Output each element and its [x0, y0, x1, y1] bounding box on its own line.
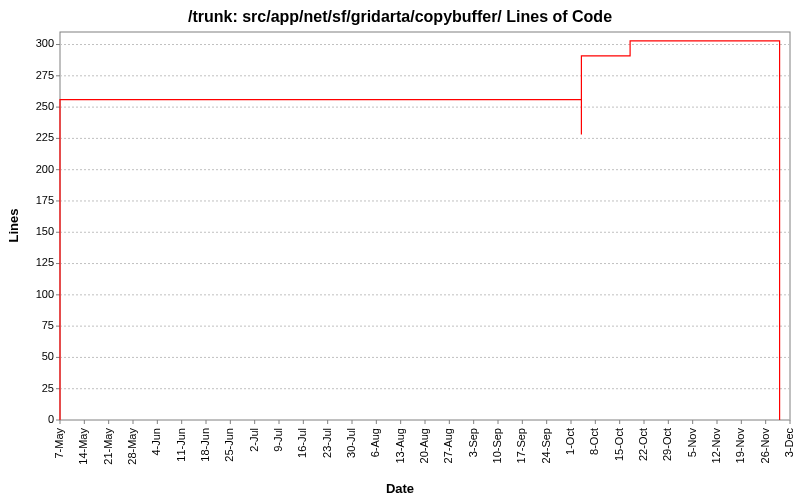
- svg-text:26-Nov: 26-Nov: [759, 428, 771, 464]
- svg-rect-0: [60, 32, 790, 420]
- svg-text:225: 225: [36, 131, 54, 143]
- svg-text:275: 275: [36, 69, 54, 81]
- svg-text:29-Oct: 29-Oct: [661, 428, 673, 461]
- svg-text:25: 25: [42, 382, 54, 394]
- chart-container: /trunk: src/app/net/sf/gridarta/copybuff…: [0, 0, 800, 500]
- svg-text:2-Jul: 2-Jul: [248, 428, 260, 452]
- svg-text:22-Oct: 22-Oct: [637, 428, 649, 461]
- svg-text:3-Dec: 3-Dec: [783, 428, 795, 458]
- svg-text:300: 300: [36, 37, 54, 49]
- svg-text:12-Nov: 12-Nov: [710, 428, 722, 464]
- svg-text:1-Oct: 1-Oct: [564, 428, 576, 455]
- svg-text:19-Nov: 19-Nov: [734, 428, 746, 464]
- svg-text:15-Oct: 15-Oct: [613, 428, 625, 461]
- svg-text:25-Jun: 25-Jun: [223, 428, 235, 462]
- svg-text:16-Jul: 16-Jul: [296, 428, 308, 458]
- svg-text:18-Jun: 18-Jun: [199, 428, 211, 462]
- svg-text:150: 150: [36, 225, 54, 237]
- svg-text:75: 75: [42, 319, 54, 331]
- svg-text:50: 50: [42, 350, 54, 362]
- svg-text:23-Jul: 23-Jul: [321, 428, 333, 458]
- svg-text:30-Jul: 30-Jul: [345, 428, 357, 458]
- svg-text:250: 250: [36, 100, 54, 112]
- svg-text:6-Aug: 6-Aug: [369, 428, 381, 457]
- svg-text:3-Sep: 3-Sep: [467, 428, 479, 457]
- svg-text:175: 175: [36, 194, 54, 206]
- svg-text:200: 200: [36, 163, 54, 175]
- svg-text:8-Oct: 8-Oct: [588, 428, 600, 455]
- svg-text:4-Jun: 4-Jun: [150, 428, 162, 456]
- svg-text:28-May: 28-May: [126, 428, 138, 465]
- svg-text:10-Sep: 10-Sep: [491, 428, 503, 463]
- svg-text:21-May: 21-May: [102, 428, 114, 465]
- svg-text:20-Aug: 20-Aug: [418, 428, 430, 463]
- svg-text:0: 0: [48, 413, 54, 425]
- svg-text:13-Aug: 13-Aug: [394, 428, 406, 463]
- svg-text:9-Jul: 9-Jul: [272, 428, 284, 452]
- svg-text:11-Jun: 11-Jun: [175, 428, 187, 462]
- svg-text:27-Aug: 27-Aug: [442, 428, 454, 463]
- svg-text:7-May: 7-May: [53, 428, 65, 459]
- chart-svg: 02550751001251501752002252502753007-May1…: [0, 0, 800, 500]
- svg-text:5-Nov: 5-Nov: [686, 428, 698, 458]
- svg-text:100: 100: [36, 288, 54, 300]
- svg-text:17-Sep: 17-Sep: [515, 428, 527, 463]
- svg-text:24-Sep: 24-Sep: [540, 428, 552, 463]
- svg-text:14-May: 14-May: [77, 428, 89, 465]
- svg-text:125: 125: [36, 256, 54, 268]
